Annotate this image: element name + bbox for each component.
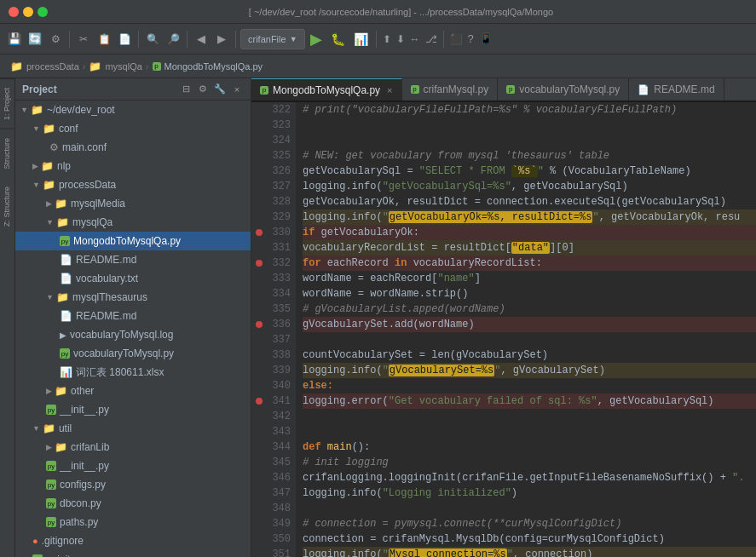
tree-item-util[interactable]: ▼ 📁 util xyxy=(15,419,251,438)
tree-item-vocabtomysql-py[interactable]: py vocabularyToMysql.py xyxy=(15,344,251,363)
tree-item-vocabulary-txt[interactable]: 📄 vocabulary.txt xyxy=(15,269,251,288)
tree-item-nlp[interactable]: ▶ 📁 nlp xyxy=(15,157,251,175)
minimize-button[interactable] xyxy=(23,7,33,17)
bp-341[interactable] xyxy=(251,393,267,409)
code-editor[interactable]: 322 323 324 325 326 327 328 329 330 331 … xyxy=(251,102,756,557)
device-btn[interactable]: 📱 xyxy=(477,32,494,45)
sidebar-btn-collapse[interactable]: ⊟ xyxy=(179,83,193,96)
vcs-btn2[interactable]: ⬇ xyxy=(395,33,407,45)
tab-vocabtomysql-icon: p xyxy=(506,85,515,94)
breadcrumb-mysqlqa[interactable]: mysqlQa xyxy=(105,61,141,72)
vocabulary-txt-icon: 📄 xyxy=(60,273,72,284)
init-py2-label: __init__.py xyxy=(60,460,109,472)
vcs-btn[interactable]: ⬆ xyxy=(381,33,393,45)
toolbar-btn-save[interactable]: 💾 xyxy=(5,30,24,49)
code-line-322: # print("vocabularyFileFullPath=%s" % vo… xyxy=(303,102,756,118)
dropdown-arrow-icon: ▼ xyxy=(290,35,297,43)
toolbar-btn-back[interactable]: ◀ xyxy=(192,30,211,49)
tab-vocabtomysql[interactable]: p vocabularyToMysql.py xyxy=(498,78,629,100)
tree-item-mysqlqa[interactable]: ▼ 📁 mysqlQa xyxy=(15,213,251,232)
crifanlib-label: crifanLib xyxy=(71,441,109,453)
tree-root-item[interactable]: ▼ 📁 ~/dev/dev_root xyxy=(15,100,251,119)
vocabtomysql-py-icon: py xyxy=(60,348,70,359)
code-line-329: logging.info("getVocabularyOk=%s, result… xyxy=(303,210,756,225)
code-line-328: getVocabularyOk, resultDict = connection… xyxy=(303,194,756,210)
dbcon-icon: py xyxy=(46,498,56,508)
vertical-label-zstructure[interactable]: Z: Structure xyxy=(0,178,14,235)
sidebar-title: Project xyxy=(22,83,57,95)
tree-item-conf[interactable]: ▼ 📁 conf xyxy=(15,119,251,138)
tree-item-other[interactable]: ▶ 📁 other xyxy=(15,382,251,400)
init-py-icon: py xyxy=(46,405,56,415)
bp-330[interactable] xyxy=(251,225,267,240)
breadcrumb-processdata[interactable]: processData xyxy=(26,61,79,72)
tree-item-xlsx[interactable]: 📊 词汇表 180611.xlsx xyxy=(15,363,251,382)
tab-readme[interactable]: 📄 README.md xyxy=(629,78,724,100)
vertical-label-project[interactable]: 1: Project xyxy=(0,78,14,129)
tree-item-dbcon[interactable]: py dbcon.py xyxy=(15,494,251,513)
configs-label: configs.py xyxy=(60,479,106,491)
init-py3-label: __init__.py xyxy=(46,554,95,557)
readme1-label: README.md xyxy=(76,254,136,266)
tree-item-mysqlthesaurus[interactable]: ▼ 📁 mysqlThesaurus xyxy=(15,288,251,307)
code-content[interactable]: # print("vocabularyFileFullPath=%s" % vo… xyxy=(296,102,756,557)
vcs-btn4[interactable]: ⎇ xyxy=(424,33,439,45)
gitignore-icon: ● xyxy=(32,536,38,546)
tab-readme-icon: 📄 xyxy=(638,84,649,95)
toolbar-btn-copy[interactable]: 📋 xyxy=(95,30,113,49)
tab-mongodbtomysqlqa[interactable]: p MongodbToMysqlQa.py × xyxy=(251,78,402,100)
sidebar-btn-gear[interactable]: 🔧 xyxy=(213,83,227,96)
run-config-dropdown[interactable]: crifanFile ▼ xyxy=(240,29,305,49)
tree-item-mainconf[interactable]: ⚙ main.conf xyxy=(15,138,251,157)
tree-item-processdata[interactable]: ▼ 📁 processData xyxy=(15,175,251,194)
sidebar-btn-close[interactable]: × xyxy=(230,83,244,96)
bp-336[interactable] xyxy=(251,317,267,332)
code-line-350: connection = crifanMysql.MysqlDb(config=… xyxy=(303,531,756,547)
tab-mongodbtomysqlqa-label: MongodbToMysqlQa.py xyxy=(273,84,380,96)
terminal-btn[interactable]: ⬛ xyxy=(448,33,465,45)
toolbar-btn-cut[interactable]: ✂ xyxy=(74,30,93,49)
toolbar-btn-fwd[interactable]: ▶ xyxy=(212,30,231,49)
toolbar-btn-search2[interactable]: 🔎 xyxy=(164,30,182,49)
code-line-346: crifanLogging.loggingInit(crifanFile.get… xyxy=(303,470,756,485)
root-label: ~/dev/dev_root xyxy=(47,104,115,116)
code-line-349: # connection = pymysql.connect(**curMysq… xyxy=(303,516,756,531)
run-coverage-button[interactable]: 📊 xyxy=(350,32,372,46)
nlp-folder-icon: 📁 xyxy=(41,160,54,172)
help-btn[interactable]: ? xyxy=(466,32,476,45)
run-button[interactable]: ▶ xyxy=(307,30,326,49)
processdata-label: processData xyxy=(59,179,116,191)
run-config-label: crifanFile xyxy=(248,34,286,44)
toolbar-btn-paste[interactable]: 📄 xyxy=(115,30,134,49)
tree-item-init-py[interactable]: py __init__.py xyxy=(15,400,251,419)
tree-item-paths[interactable]: py paths.py xyxy=(15,513,251,531)
tree-item-init-py3[interactable]: py __init__.py xyxy=(15,550,251,557)
close-button[interactable] xyxy=(9,7,19,17)
tab-mongodbtomysqlqa-close[interactable]: × xyxy=(387,85,392,95)
folder-icon2: 📁 xyxy=(89,60,101,72)
tree-item-vocabtomysql-log[interactable]: ▶ vocabularyToMysql.log xyxy=(15,325,251,344)
main-area: 1: Project Structure Z: Structure Projec… xyxy=(0,78,756,557)
breadcrumb-filename[interactable]: MongodbToMysqlQa.py xyxy=(164,61,263,72)
maximize-button[interactable] xyxy=(38,7,48,17)
tree-item-crifanlib[interactable]: ▶ 📁 crifanLib xyxy=(15,438,251,457)
debug-button[interactable]: 🐛 xyxy=(327,32,349,46)
tree-item-init-py2[interactable]: py __init__.py xyxy=(15,457,251,475)
conf-label: conf xyxy=(59,123,78,135)
tree-item-configs[interactable]: py configs.py xyxy=(15,475,251,494)
toolbar-btn-search[interactable]: 🔍 xyxy=(143,30,162,49)
bp-332[interactable] xyxy=(251,256,267,271)
tree-item-readme2[interactable]: 📄 README.md xyxy=(15,307,251,325)
tree-item-gitignore[interactable]: ● .gitignore xyxy=(15,531,251,550)
toolbar-btn-settings[interactable]: ⚙ xyxy=(46,30,65,49)
vcs-btn3[interactable]: ↔ xyxy=(408,33,422,45)
mysqlqa-arrow-icon: ▼ xyxy=(46,218,54,227)
tree-item-mongodbtomysqlqa[interactable]: py MongodbToMysqlQa.py xyxy=(15,232,251,250)
toolbar-btn-sync[interactable]: 🔄 xyxy=(26,30,44,49)
tree-item-mysqlmedia[interactable]: ▶ 📁 mysqlMedia xyxy=(15,194,251,213)
tab-crifanmysql[interactable]: p crifanMysql.py xyxy=(402,78,499,100)
code-line-332: for eachRecord in vocabularyRecordList: xyxy=(303,256,756,271)
vertical-label-structure[interactable]: Structure xyxy=(0,129,14,178)
sidebar-btn-options[interactable]: ⚙ xyxy=(196,83,210,96)
tree-item-readme1[interactable]: 📄 README.md xyxy=(15,250,251,269)
